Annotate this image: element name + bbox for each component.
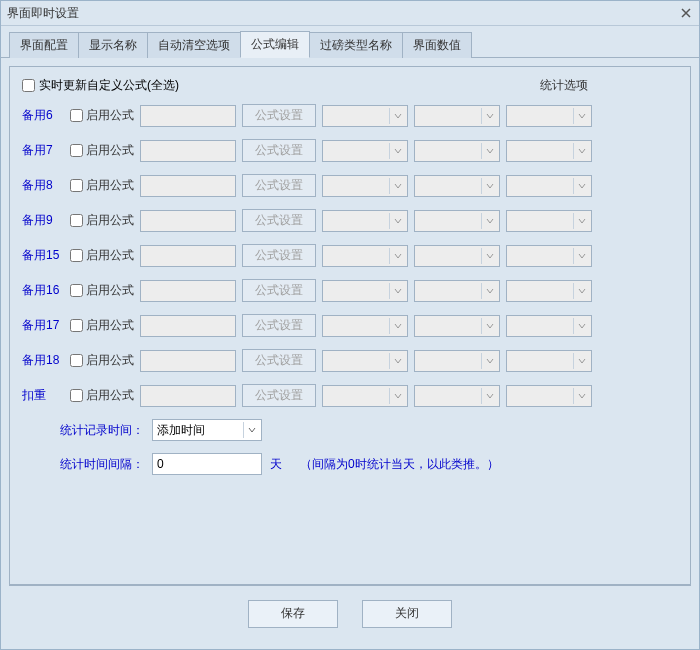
close-icon[interactable] <box>677 5 695 21</box>
chevron-down-icon <box>573 143 589 159</box>
row-label: 备用9 <box>22 212 64 229</box>
chevron-down-icon <box>389 388 405 404</box>
chevron-down-icon <box>389 143 405 159</box>
stat-select-1[interactable] <box>322 210 408 232</box>
stat-select-3[interactable] <box>506 280 592 302</box>
stat-select-2[interactable] <box>414 245 500 267</box>
tab-2[interactable]: 自动清空选项 <box>147 32 241 58</box>
stat-select-2[interactable] <box>414 385 500 407</box>
formula-input[interactable] <box>140 105 236 127</box>
formula-settings-button[interactable]: 公式设置 <box>242 139 316 162</box>
chevron-down-icon <box>389 178 405 194</box>
enable-formula-checkbox[interactable]: 启用公式 <box>70 142 134 159</box>
interval-hint: （间隔为0时统计当天，以此类推。） <box>300 456 499 473</box>
stat-select-3[interactable] <box>506 315 592 337</box>
formula-input[interactable] <box>140 140 236 162</box>
stat-select-2[interactable] <box>414 315 500 337</box>
stat-select-1[interactable] <box>322 315 408 337</box>
stat-select-2[interactable] <box>414 280 500 302</box>
tab-3[interactable]: 公式编辑 <box>240 31 310 58</box>
stat-select-2[interactable] <box>414 105 500 127</box>
row-label: 备用18 <box>22 352 64 369</box>
stat-select-2[interactable] <box>414 175 500 197</box>
interval-label: 统计时间间隔： <box>60 456 144 473</box>
chevron-down-icon <box>389 108 405 124</box>
chevron-down-icon <box>481 283 497 299</box>
formula-settings-button[interactable]: 公式设置 <box>242 244 316 267</box>
formula-row: 备用9 启用公式公式设置 <box>22 209 678 232</box>
enable-formula-checkbox[interactable]: 启用公式 <box>70 282 134 299</box>
stat-select-1[interactable] <box>322 140 408 162</box>
realtime-update-checkbox[interactable]: 实时更新自定义公式(全选) <box>22 77 179 94</box>
chevron-down-icon <box>573 108 589 124</box>
chevron-down-icon <box>389 318 405 334</box>
record-time-select[interactable]: 添加时间 <box>152 419 262 441</box>
chevron-down-icon <box>573 248 589 264</box>
stat-select-1[interactable] <box>322 245 408 267</box>
stat-select-3[interactable] <box>506 175 592 197</box>
formula-settings-button[interactable]: 公式设置 <box>242 349 316 372</box>
chevron-down-icon <box>573 178 589 194</box>
chevron-down-icon <box>573 353 589 369</box>
stat-select-2[interactable] <box>414 350 500 372</box>
window-title: 界面即时设置 <box>7 5 79 22</box>
close-button[interactable]: 关闭 <box>362 600 452 628</box>
formula-input[interactable] <box>140 385 236 407</box>
enable-formula-checkbox[interactable]: 启用公式 <box>70 107 134 124</box>
chevron-down-icon <box>389 248 405 264</box>
stat-select-3[interactable] <box>506 210 592 232</box>
enable-formula-checkbox[interactable]: 启用公式 <box>70 247 134 264</box>
titlebar: 界面即时设置 <box>1 1 699 26</box>
formula-input[interactable] <box>140 210 236 232</box>
interval-input[interactable] <box>152 453 262 475</box>
formula-input[interactable] <box>140 175 236 197</box>
formula-input[interactable] <box>140 245 236 267</box>
formula-settings-button[interactable]: 公式设置 <box>242 384 316 407</box>
formula-row: 备用7 启用公式公式设置 <box>22 139 678 162</box>
formula-row: 备用8 启用公式公式设置 <box>22 174 678 197</box>
formula-settings-button[interactable]: 公式设置 <box>242 104 316 127</box>
formula-input[interactable] <box>140 350 236 372</box>
tab-5[interactable]: 界面数值 <box>402 32 472 58</box>
formula-settings-button[interactable]: 公式设置 <box>242 174 316 197</box>
enable-formula-checkbox[interactable]: 启用公式 <box>70 352 134 369</box>
enable-formula-checkbox[interactable]: 启用公式 <box>70 177 134 194</box>
stat-select-1[interactable] <box>322 280 408 302</box>
save-button[interactable]: 保存 <box>248 600 338 628</box>
stat-select-2[interactable] <box>414 210 500 232</box>
tab-4[interactable]: 过磅类型名称 <box>309 32 403 58</box>
enable-formula-checkbox[interactable]: 启用公式 <box>70 387 134 404</box>
stat-select-3[interactable] <box>506 140 592 162</box>
stat-select-3[interactable] <box>506 350 592 372</box>
chevron-down-icon <box>573 283 589 299</box>
enable-formula-checkbox[interactable]: 启用公式 <box>70 317 134 334</box>
row-label: 备用15 <box>22 247 64 264</box>
realtime-update-input[interactable] <box>22 79 35 92</box>
chevron-down-icon <box>481 178 497 194</box>
chevron-down-icon <box>573 388 589 404</box>
stat-select-3[interactable] <box>506 385 592 407</box>
chevron-down-icon <box>243 422 259 438</box>
stat-select-1[interactable] <box>322 175 408 197</box>
tab-0[interactable]: 界面配置 <box>9 32 79 58</box>
stat-select-3[interactable] <box>506 245 592 267</box>
interval-unit: 天 <box>270 456 282 473</box>
stat-select-2[interactable] <box>414 140 500 162</box>
stat-select-1[interactable] <box>322 385 408 407</box>
enable-formula-checkbox[interactable]: 启用公式 <box>70 212 134 229</box>
stat-select-1[interactable] <box>322 105 408 127</box>
formula-row: 扣重 启用公式公式设置 <box>22 384 678 407</box>
formula-row: 备用16 启用公式公式设置 <box>22 279 678 302</box>
chevron-down-icon <box>481 213 497 229</box>
formula-settings-button[interactable]: 公式设置 <box>242 209 316 232</box>
formula-settings-button[interactable]: 公式设置 <box>242 314 316 337</box>
tab-1[interactable]: 显示名称 <box>78 32 148 58</box>
chevron-down-icon <box>481 143 497 159</box>
formula-input[interactable] <box>140 315 236 337</box>
formula-settings-button[interactable]: 公式设置 <box>242 279 316 302</box>
formula-input[interactable] <box>140 280 236 302</box>
formula-edit-panel: 实时更新自定义公式(全选) 统计选项 备用6 启用公式公式设置备用7 启用公式公… <box>9 66 691 585</box>
chevron-down-icon <box>481 108 497 124</box>
stat-select-1[interactable] <box>322 350 408 372</box>
stat-select-3[interactable] <box>506 105 592 127</box>
